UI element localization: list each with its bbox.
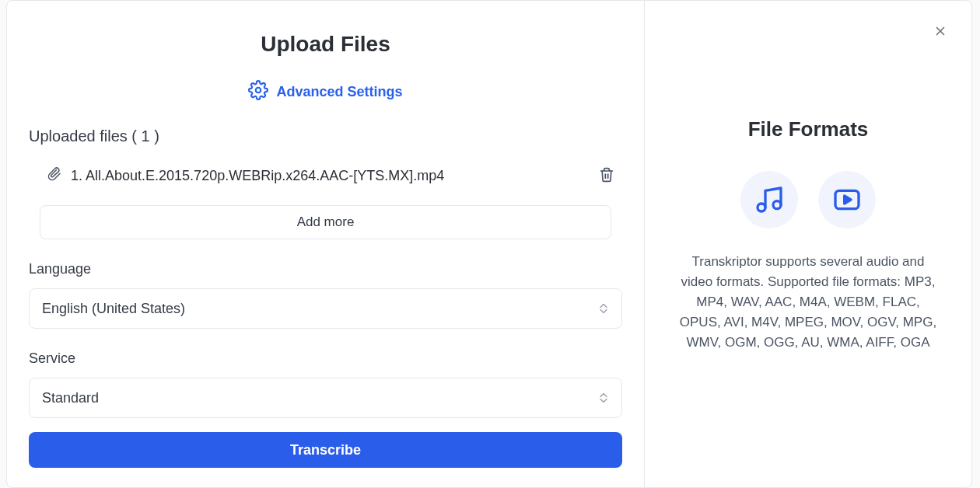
upload-modal: Upload Files Advanced Settings Uploaded … (6, 0, 972, 488)
video-icon (818, 171, 876, 228)
service-label: Service (29, 350, 622, 367)
close-icon (933, 24, 947, 40)
chevron-updown-icon (600, 393, 607, 403)
audio-icon (740, 171, 798, 228)
file-formats-description: Transkriptor supports several audio and … (674, 252, 942, 353)
format-icons (740, 171, 876, 228)
language-label: Language (29, 261, 622, 277)
paperclip-icon (47, 167, 61, 185)
transcribe-button[interactable]: Transcribe (29, 432, 622, 468)
svg-marker-6 (845, 196, 851, 204)
delete-file-button[interactable] (596, 164, 618, 188)
service-selected-value: Standard (42, 390, 99, 406)
chevron-updown-icon (600, 304, 607, 314)
trash-icon (599, 173, 614, 185)
file-formats-title: File Formats (748, 117, 869, 141)
add-more-button[interactable]: Add more (40, 205, 611, 239)
file-name-text: 1. All.About.E.2015.720p.WEBRip.x264.AAC… (71, 168, 444, 184)
advanced-settings-link[interactable]: Advanced Settings (29, 80, 622, 104)
svg-point-4 (773, 201, 781, 209)
left-panel: Upload Files Advanced Settings Uploaded … (7, 1, 644, 487)
right-panel: File Formats Transkriptor supports sever… (645, 1, 971, 487)
file-name: 1. All.About.E.2015.720p.WEBRip.x264.AAC… (47, 167, 596, 185)
close-button[interactable] (931, 23, 950, 41)
gear-icon (248, 80, 268, 104)
uploaded-files-label: Uploaded files ( 1 ) (29, 127, 622, 145)
service-select[interactable]: Standard (29, 378, 622, 418)
language-selected-value: English (United States) (42, 301, 185, 317)
svg-point-3 (758, 204, 765, 211)
language-select[interactable]: English (United States) (29, 288, 622, 329)
file-row: 1. All.About.E.2015.720p.WEBRip.x264.AAC… (29, 145, 622, 196)
page-title: Upload Files (29, 32, 622, 57)
advanced-settings-label: Advanced Settings (276, 84, 402, 100)
svg-point-0 (256, 88, 261, 93)
